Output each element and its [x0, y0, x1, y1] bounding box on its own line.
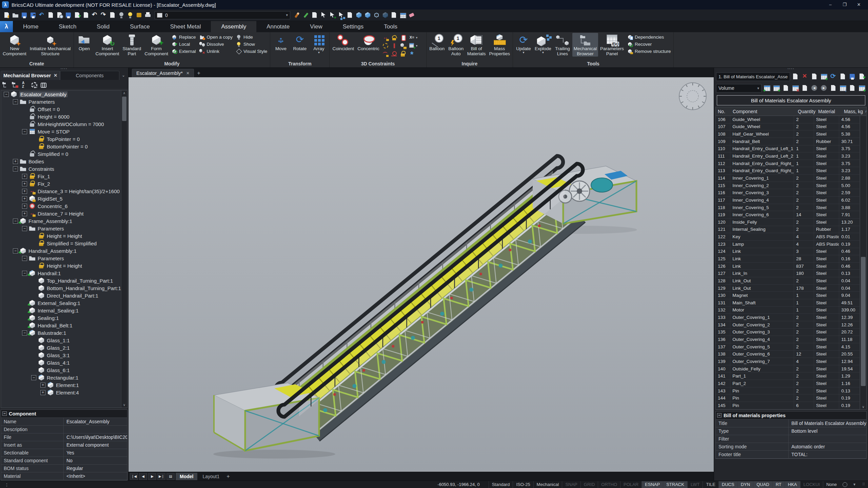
- bom-scrollbar[interactable]: ∨: [860, 116, 866, 409]
- expand-toggle[interactable]: −: [13, 99, 18, 104]
- tab-components[interactable]: Components: [60, 71, 119, 80]
- tree-item[interactable]: Offset = 0: [1, 105, 121, 113]
- bom-tool[interactable]: [829, 84, 837, 92]
- constraint-button[interactable]: ▾: [400, 50, 407, 57]
- expand-tree-icon[interactable]: [12, 81, 19, 88]
- bom-tool[interactable]: [801, 84, 809, 92]
- expand-toggle[interactable]: +: [22, 174, 27, 179]
- resize-grip[interactable]: ⠿: [859, 482, 865, 487]
- property-row[interactable]: Sorting mode Automatic order: [716, 443, 866, 451]
- ribbon-small-button[interactable]: Local: [172, 41, 196, 47]
- sort-az-icon[interactable]: [21, 81, 28, 88]
- export-doc-icon[interactable]: [858, 73, 866, 81]
- tree-item[interactable]: + Bodies: [1, 158, 121, 165]
- bom-row[interactable]: 124 Link 3 Steel 0.46: [716, 248, 860, 256]
- bom-tool[interactable]: [810, 73, 818, 81]
- tree-item[interactable]: + Element:1: [1, 381, 121, 389]
- col-insert-left-icon[interactable]: [763, 84, 771, 92]
- tree-item[interactable]: Glass_1:1: [1, 337, 121, 344]
- print-icon[interactable]: [144, 11, 152, 19]
- annotate-icon[interactable]: [302, 11, 310, 19]
- ribbon-button[interactable]: Array▾: [310, 33, 328, 54]
- save-all-icon[interactable]: [64, 11, 73, 19]
- ribbon-button[interactable]: Form Component▾: [143, 33, 170, 57]
- qat-icon[interactable]: [47, 11, 55, 19]
- tree-item[interactable]: Sealing:1: [1, 314, 121, 322]
- new-document-tab-button[interactable]: +: [195, 69, 203, 77]
- bom-row[interactable]: 136 Outer_Covering_4 2 Steel 11.18: [716, 336, 860, 343]
- bom-row[interactable]: 133 Outer_Covering_1 2 Steel 12.39: [716, 314, 860, 321]
- datagrid-icon[interactable]: [399, 11, 407, 19]
- ribbon-tab[interactable]: Surface: [120, 21, 160, 32]
- tree-item[interactable]: − Parameters: [1, 225, 121, 232]
- ribbon-tab[interactable]: Home: [13, 21, 48, 32]
- bom-row[interactable]: 131 Main_Shaft 1 Steel 49.51: [716, 299, 860, 307]
- property-row[interactable]: Insert as External component: [1, 441, 127, 449]
- constraint-button[interactable]: ▾: [391, 34, 398, 41]
- bom-row[interactable]: 111 Handrail_Entry_Guard_Left_2 1 Steel …: [716, 152, 860, 160]
- expand-toggle[interactable]: −: [13, 248, 18, 253]
- close-button[interactable]: ✕: [852, 0, 866, 9]
- prev-layout-button[interactable]: ◀: [139, 473, 147, 480]
- tree-item[interactable]: + Concentric_6: [1, 202, 121, 210]
- ribbon-tab[interactable]: Sheet Metal: [160, 21, 211, 32]
- ribbon-button[interactable]: Rotate▾: [291, 33, 309, 52]
- bom-row[interactable]: 120 Inside_Felly 2 Steel 13.20: [716, 219, 860, 226]
- tree-item[interactable]: Simplified = Simplified: [1, 240, 121, 247]
- application-button[interactable]: λ: [0, 21, 13, 32]
- ribbon-small-button[interactable]: Show: [236, 41, 267, 47]
- constraint-button[interactable]: ▾: [400, 42, 407, 49]
- ribbon-button[interactable]: Mass Properties▾: [488, 33, 511, 57]
- ribbon-tab[interactable]: Tools: [374, 21, 408, 32]
- table-add-icon[interactable]: [858, 84, 866, 92]
- shaded-edges-view-icon[interactable]: [363, 11, 372, 19]
- document-tab[interactable]: Escalator_Assembly* ✕: [132, 69, 194, 77]
- ribbon-button[interactable]: Bill of Materials▾: [466, 33, 487, 57]
- tree-item[interactable]: Top_Handrail_Turning_Part:1: [1, 277, 121, 284]
- coordinates-display[interactable]: -6050.93, -1966.24, 0: [429, 482, 488, 487]
- constraint-button[interactable]: ▾: [382, 34, 389, 41]
- tree-item[interactable]: Height = Height: [1, 262, 121, 269]
- expand-toggle[interactable]: +: [22, 204, 27, 209]
- tree-item[interactable]: + RigidSet_5: [1, 195, 121, 202]
- bom-row[interactable]: 141 Part_1 2 Steel 1.29: [716, 372, 860, 380]
- col-insert-right-icon[interactable]: [772, 84, 781, 92]
- bom-row[interactable]: 134 Outer_Covering_2 2 Steel 12.26: [716, 321, 860, 329]
- save-blue-icon[interactable]: [848, 73, 856, 81]
- ribbon-button[interactable]: Mechanical Browser▾: [572, 33, 598, 57]
- ribbon-button[interactable]: Update▾: [514, 33, 533, 54]
- bom-tool[interactable]: [782, 84, 790, 92]
- bom-row[interactable]: 144 Pin 2 Steel 0.19: [716, 394, 860, 402]
- bulb-off-icon[interactable]: [117, 11, 125, 19]
- property-row[interactable]: Name Escalator_Assembly: [1, 418, 127, 426]
- status-toggle[interactable]: ORTHO: [598, 481, 620, 488]
- bom-row[interactable]: 139 Outer_Covering_7 4 Steel 12.94: [716, 358, 860, 365]
- tree-item[interactable]: MinHeightWOColumn = 7000: [1, 120, 121, 128]
- tree-item[interactable]: − Frame_Assembly:1: [1, 217, 121, 225]
- ribbon-small-button[interactable]: Visual Style: [236, 48, 267, 54]
- next-layout-button[interactable]: ▶: [148, 473, 156, 480]
- property-row[interactable]: BOM status Regular: [1, 465, 127, 472]
- maximize-button[interactable]: ❐: [837, 0, 852, 9]
- ribbon-button[interactable]: Parameters Panel▾: [599, 33, 625, 57]
- expand-toggle[interactable]: +: [13, 159, 18, 164]
- status-toggle[interactable]: Mechanical: [533, 481, 562, 488]
- ribbon-tab[interactable]: Assembly: [211, 21, 256, 32]
- redo-icon[interactable]: [100, 11, 108, 19]
- qat-icon[interactable]: [390, 11, 398, 19]
- row-height-icon[interactable]: [839, 84, 847, 92]
- ribbon-button[interactable]: Trailing Lines▾: [553, 33, 572, 57]
- collapse-tree-icon[interactable]: [2, 81, 9, 88]
- nav-left-icon[interactable]: [810, 84, 818, 92]
- qat-icon[interactable]: [346, 11, 354, 19]
- ribbon-tab[interactable]: Settings: [333, 21, 374, 32]
- qat-icon[interactable]: [311, 11, 319, 19]
- bom-row[interactable]: 110 Handrail_Entry_Guard_Left_1 1 Steel …: [716, 145, 860, 153]
- bom-row[interactable]: 128 Link_Out 2 Steel 0.04: [716, 277, 860, 285]
- panel-drag-handle[interactable]: ••••: [714, 68, 868, 71]
- scroll-down-icon[interactable]: ∨: [860, 405, 866, 409]
- cage-icon[interactable]: [135, 11, 143, 19]
- status-toggle[interactable]: DUCS: [718, 481, 737, 488]
- constraint-button[interactable]: ▾: [382, 42, 389, 49]
- expand-toggle[interactable]: −: [13, 166, 18, 171]
